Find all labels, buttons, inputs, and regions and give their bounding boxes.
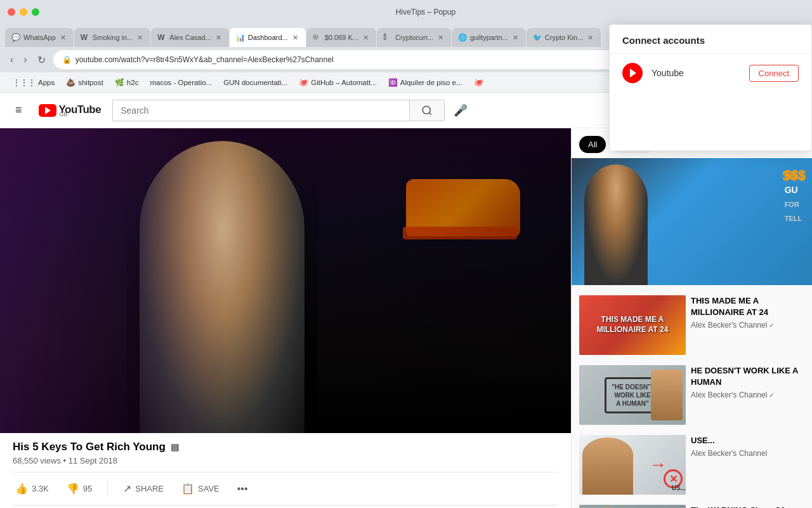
video-thumbnail (0, 128, 571, 433)
back-button[interactable]: ‹ (8, 51, 16, 68)
sidebar-video-featured[interactable]: $$$GUFORTELL (572, 158, 812, 290)
bookmark-label-macos: macos - Operatio... (150, 79, 212, 86)
tab-title-smoking: Smoking in... (93, 34, 133, 41)
save-button[interactable]: 📋 SAVE (179, 478, 222, 500)
service-name: Youtube (652, 68, 740, 78)
tab-smoking[interactable]: W Smoking in... ✕ (74, 28, 151, 47)
hamburger-menu-button[interactable]: ≡ (10, 98, 27, 122)
action-separator (107, 483, 108, 495)
video-main: His 5 Keys To Get Rich Young ▤ 68,550 vi… (0, 128, 571, 508)
video-info: His 5 Keys To Get Rich Young ▤ 68,550 vi… (0, 433, 571, 505)
youtube-logo[interactable]: YouTube GB (39, 104, 102, 117)
bookmark-label-gun: GUN documentati... (223, 79, 287, 86)
meta-separator: • (63, 456, 69, 465)
tab-cryptoking[interactable]: 🐦 Crypto Kin... ✕ (527, 28, 601, 47)
tab-close-cryptoking[interactable]: ✕ (586, 33, 594, 43)
sidebar: All Wealth $$$GUFORTELL (571, 128, 812, 508)
sidebar-video-4[interactable]: IF THISHAPPENS STOP 21:15 The WARNING Si… (572, 500, 812, 508)
tab-close-smoking[interactable]: ✕ (136, 33, 144, 43)
tab-close-guilty[interactable]: ✕ (511, 33, 520, 43)
bookmark-github[interactable]: 🐙 GitHub – Automatt... (295, 77, 381, 88)
tab-guilty[interactable]: 🌐 guiltypartn... ✕ (452, 28, 526, 47)
tab-ko[interactable]: ◎ $0.069 K... ✕ (306, 28, 376, 47)
video-title: His 5 Keys To Get Rich Young ▤ (13, 441, 558, 453)
maximize-button[interactable] (32, 8, 39, 16)
bookmark-h2c[interactable]: 🌿 h2c (111, 77, 143, 88)
sidebar-video-2[interactable]: "HE DOESN'TWORK LIKEA HUMAN" HE DOESN'T … (572, 360, 812, 430)
bookmark-macos[interactable]: macos - Operatio... (146, 77, 216, 88)
sv-channel-2: Alex Becker's Channel ✓ (691, 391, 804, 399)
tab-title-alex: Àlex Casad... (169, 34, 211, 41)
sv-thumb-3: → ✕ US... (579, 435, 686, 495)
bookmark-shitpost[interactable]: 💩 shitpost (62, 77, 107, 88)
share-button[interactable]: ↗ SHARE (121, 478, 166, 500)
search-input[interactable] (112, 100, 409, 121)
bookmark-label-h2c: h2c (127, 79, 139, 86)
chapter-icon: ▤ (171, 442, 179, 452)
bookmark-github2[interactable]: 🐙 (470, 77, 487, 88)
popup-title: Connect accounts (622, 35, 799, 46)
bookmark-label-alquiler: Alquiler de piso e... (400, 79, 462, 86)
tab-favicon-crypto1: ₿ (383, 33, 392, 42)
sv-info-1: THIS MADE ME A MILLIONAIRE AT 24 Alex Be… (691, 295, 804, 355)
dislike-count: 95 (83, 484, 92, 493)
tab-favicon-whatsapp: 💬 (11, 33, 20, 42)
like-button[interactable]: 👍 3.3K (13, 478, 51, 500)
bookmark-label-github: GitHub – Automatt... (311, 79, 377, 86)
window-controls (8, 8, 39, 16)
search-area: 🎤 (112, 100, 468, 121)
thumb-text-1: THIS MADE ME AMILLIONAIRE AT 24 (584, 312, 680, 337)
bookmark-alquiler[interactable]: 🆔 Alquiler de piso e... (384, 77, 466, 88)
svg-point-0 (422, 106, 430, 114)
more-options-button[interactable]: ••• (235, 478, 251, 500)
tab-favicon-cryptoking: 🐦 (533, 33, 542, 42)
tab-alex[interactable]: W Àlex Casad... ✕ (151, 28, 228, 47)
video-actions: 👍 3.3K 👎 95 ↗ SHARE 📋 (13, 472, 558, 505)
sidebar-video-3[interactable]: → ✕ US... USE... Alex Becker's Channel (572, 430, 812, 500)
featured-thumb: $$$GUFORTELL (572, 158, 812, 285)
forward-button[interactable]: › (21, 51, 29, 68)
youtube-container: ≡ YouTube GB 🎤 (0, 93, 812, 508)
sv-info-2: HE DOESN'T WORK LIKE A HUMAN Alex Becker… (691, 365, 804, 425)
video-player[interactable] (0, 128, 571, 433)
lock-icon: 🔒 (62, 55, 72, 64)
tab-title-ko: $0.069 K... (325, 34, 358, 41)
popup-service-row: Youtube Connect (610, 54, 811, 92)
thumbs-down-icon: 👎 (67, 483, 79, 495)
tab-favicon-guilty: 🌐 (458, 33, 467, 42)
search-button[interactable] (409, 100, 445, 121)
youtube-logo-icon (39, 104, 56, 117)
dislike-button[interactable]: 👎 95 (64, 478, 95, 500)
close-button[interactable] (8, 8, 15, 16)
main-content: ≡ YouTube GB 🎤 (0, 93, 812, 508)
chip-all[interactable]: All (579, 136, 606, 153)
tab-close-ko[interactable]: ✕ (362, 33, 370, 43)
bookmark-favicon-github2: 🐙 (474, 78, 483, 87)
channel-info: Alex Becker's Channel ✓ SUBSCRIBED (0, 505, 571, 508)
sidebar-video-1[interactable]: THIS MADE ME AMILLIONAIRE AT 24 THIS MAD… (572, 290, 812, 360)
bookmark-apps[interactable]: ⋮⋮⋮ Apps (9, 77, 58, 88)
bookmark-favicon-shitpost: 💩 (66, 78, 75, 87)
tab-close-whatsapp[interactable]: ✕ (59, 33, 67, 43)
bookmark-gun[interactable]: GUN documentati... (219, 77, 291, 88)
minimize-button[interactable] (20, 8, 27, 16)
sv-verified-2: ✓ (769, 392, 774, 399)
sv-channel-1: Alex Becker's Channel ✓ (691, 321, 804, 330)
bookmark-favicon-h2c: 🌿 (115, 78, 124, 87)
tab-close-crypto1[interactable]: ✕ (436, 33, 445, 43)
connect-button[interactable]: Connect (749, 65, 799, 82)
tab-whatsapp[interactable]: 💬 WhatsApp ✕ (5, 28, 74, 47)
hivetips-popup: Connect accounts Youtube Connect (609, 24, 812, 151)
tab-close-alex[interactable]: ✕ (214, 33, 223, 43)
video-meta: 68,550 views • 11 Sept 2018 (13, 456, 558, 465)
voice-search-button[interactable]: 🎤 (454, 104, 468, 117)
tab-title-guilty: guiltypartn... (470, 34, 508, 41)
sv-title-3: USE... (691, 435, 804, 446)
ellipsis-icon: ••• (237, 483, 248, 495)
tab-crypto1[interactable]: ₿ Cryptocurr... ✕ (377, 28, 451, 47)
tab-dashboard[interactable]: 📊 Dashboard... ✕ (230, 28, 306, 47)
tab-close-dashboard[interactable]: ✕ (291, 33, 299, 43)
youtube-play-triangle (630, 69, 636, 77)
tab-favicon-alex: W (157, 33, 166, 42)
reload-button[interactable]: ↻ (35, 51, 48, 69)
